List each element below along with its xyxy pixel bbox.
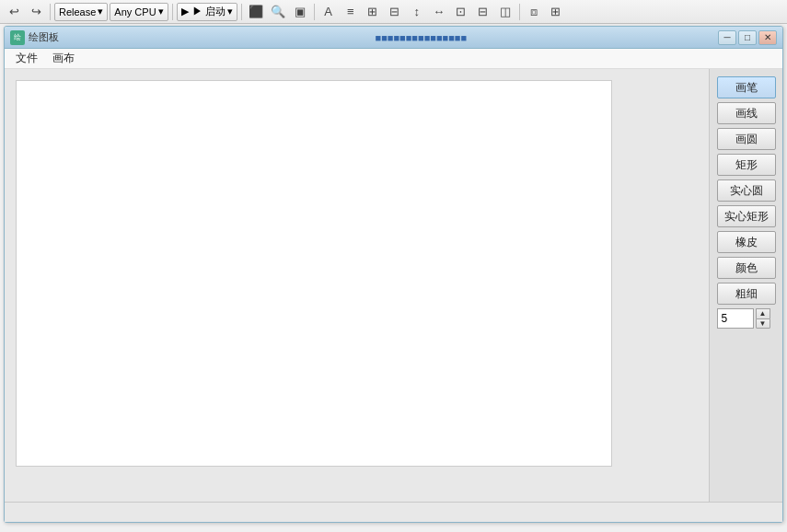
menu-file-label: 文件 (16, 52, 38, 64)
menu-canvas[interactable]: 画布 (45, 49, 82, 68)
window-controls: ─ □ ✕ (718, 30, 777, 45)
tool-filled-circle-label: 实心圆 (730, 183, 763, 199)
toolbar-icon-13[interactable]: ⧈ (524, 3, 544, 21)
menu-canvas-label: 画布 (52, 52, 75, 64)
config-arrow: ▾ (98, 6, 103, 17)
close-button[interactable]: ✕ (758, 30, 777, 45)
toolbar-icon-6[interactable]: ⊞ (363, 3, 383, 21)
spin-up-button[interactable]: ▲ (756, 308, 770, 318)
tool-filled-rect[interactable]: 实心矩形 (717, 205, 776, 227)
window-title-path: ■■■■■■■■■■■■■■■ (372, 32, 719, 43)
toolbar-icon-4[interactable]: A (318, 3, 339, 21)
tool-color-label: 颜色 (735, 260, 758, 276)
toolbar-icon-11[interactable]: ⊟ (473, 3, 493, 21)
ide-toolbar: ↩ ↪ Release ▾ Any CPU ▾ ▶ ▶ 启动 ▾ ⬛ 🔍 ▣ A… (0, 0, 787, 24)
menubar: 文件 画布 (5, 49, 782, 69)
restore-icon: □ (745, 32, 750, 42)
config-label: Release (59, 6, 96, 17)
app-icon-text: 绘 (14, 32, 21, 42)
main-area: 画笔 画线 画圆 矩形 实心圆 实心矩形 橡皮 颜色 (5, 69, 782, 502)
drawing-canvas[interactable] (16, 80, 612, 467)
toolbar-icon-5[interactable]: ≡ (341, 3, 361, 21)
tool-line[interactable]: 画线 (717, 102, 776, 124)
platform-label: Any CPU (114, 6, 156, 17)
size-input[interactable] (717, 308, 754, 329)
toolbar-icon-7[interactable]: ⊟ (385, 3, 405, 21)
toolbar-icon-9[interactable]: ↔ (429, 3, 449, 21)
tool-pencil[interactable]: 画笔 (717, 76, 776, 98)
start-icon: ▶ (181, 6, 189, 17)
tool-color[interactable]: 颜色 (717, 257, 776, 279)
redo-button[interactable]: ↪ (26, 3, 46, 21)
tool-filled-rect-label: 实心矩形 (724, 209, 769, 225)
size-spinbox: ▲ ▼ (717, 308, 776, 329)
spinbox-arrows: ▲ ▼ (756, 308, 770, 329)
tool-rect[interactable]: 矩形 (717, 154, 776, 176)
app-icon: 绘 (10, 30, 25, 45)
undo-button[interactable]: ↩ (4, 3, 24, 21)
tool-filled-circle[interactable]: 实心圆 (717, 179, 776, 202)
right-toolbar: 画笔 画线 画圆 矩形 实心圆 实心矩形 橡皮 颜色 (709, 69, 782, 502)
status-bar (5, 502, 782, 522)
tool-line-label: 画线 (735, 106, 758, 121)
toolbar-icon-14[interactable]: ⊞ (546, 3, 566, 21)
window-title: 绘图板 (29, 30, 372, 44)
toolbar-icon-10[interactable]: ⊡ (451, 3, 471, 21)
start-label: ▶ 启动 (192, 5, 226, 18)
tool-eraser-label: 橡皮 (735, 235, 758, 250)
restore-button[interactable]: □ (738, 30, 757, 45)
toolbar-icon-12[interactable]: ◫ (495, 3, 515, 21)
start-dropdown-arrow: ▾ (227, 6, 233, 17)
toolbar-icon-2[interactable]: 🔍 (268, 3, 288, 21)
tool-thickness-label: 粗细 (735, 286, 758, 302)
canvas-container (5, 69, 709, 502)
tool-circle[interactable]: 画圆 (717, 128, 776, 150)
minimize-button[interactable]: ─ (718, 30, 736, 45)
platform-arrow: ▾ (158, 6, 164, 17)
toolbar-sep-1 (50, 4, 51, 20)
menu-file[interactable]: 文件 (8, 49, 45, 68)
toolbar-sep-3 (241, 4, 242, 20)
toolbar-icon-1[interactable]: ⬛ (246, 3, 266, 21)
window-titlebar: 绘 绘图板 ■■■■■■■■■■■■■■■ ─ □ ✕ (5, 27, 782, 49)
tool-eraser[interactable]: 橡皮 (717, 231, 776, 253)
tool-thickness[interactable]: 粗细 (717, 283, 776, 305)
close-icon: ✕ (764, 32, 771, 42)
toolbar-sep-2 (172, 4, 173, 20)
tool-pencil-label: 画笔 (735, 80, 758, 96)
toolbar-sep-4 (314, 4, 315, 20)
toolbar-icon-3[interactable]: ▣ (290, 3, 310, 21)
tool-rect-label: 矩形 (735, 157, 758, 173)
minimize-icon: ─ (723, 32, 730, 42)
spin-down-button[interactable]: ▼ (756, 318, 770, 329)
app-window: 绘 绘图板 ■■■■■■■■■■■■■■■ ─ □ ✕ 文件 画布 (4, 26, 783, 523)
config-dropdown[interactable]: Release ▾ (54, 3, 108, 21)
toolbar-icon-8[interactable]: ↕ (407, 3, 427, 21)
start-button[interactable]: ▶ ▶ 启动 ▾ (177, 3, 237, 21)
toolbar-sep-5 (519, 4, 520, 20)
tool-circle-label: 画圆 (735, 132, 758, 147)
platform-dropdown[interactable]: Any CPU ▾ (110, 3, 168, 21)
